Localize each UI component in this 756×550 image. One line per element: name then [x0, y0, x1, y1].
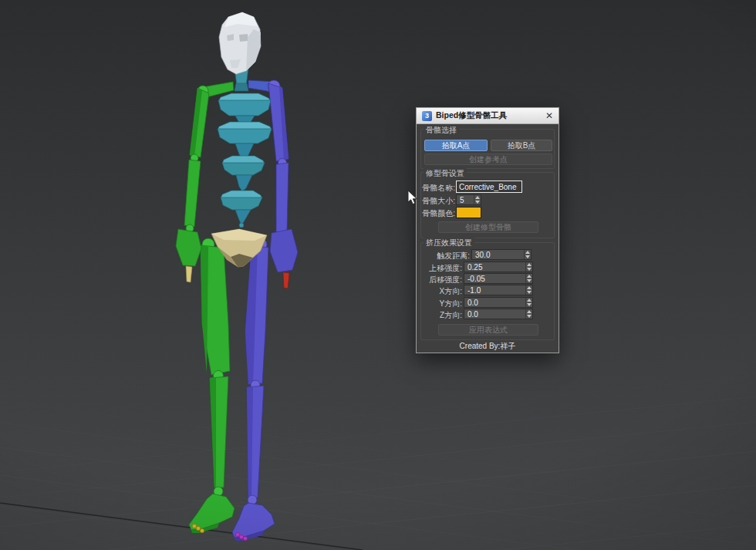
- x-direction-spinner[interactable]: -1.0: [464, 285, 533, 295]
- z-direction-value[interactable]: 0.0: [464, 309, 525, 319]
- eye-socket-right: [239, 34, 248, 42]
- pick-point-a-button[interactable]: 拾取A点: [424, 140, 488, 151]
- trigger-distance-label: 触发距离:: [417, 251, 470, 262]
- apply-expression-button[interactable]: 应用表达式: [438, 324, 538, 336]
- close-icon[interactable]: ✕: [545, 111, 553, 120]
- y-direction-label: Y方向:: [417, 299, 462, 309]
- bone-size-spin-buttons[interactable]: [474, 195, 481, 204]
- bone-select-group-label: 骨骼选择: [424, 125, 459, 136]
- z-direction-label: Z方向:: [417, 310, 462, 321]
- x-direction-spin-buttons[interactable]: [525, 285, 532, 295]
- back-strength-value[interactable]: -0.05: [464, 274, 525, 283]
- up-strength-spin-buttons[interactable]: [525, 262, 532, 272]
- dialog-titlebar[interactable]: 3 Biped修型骨骼工具 ✕: [417, 108, 559, 124]
- squash-group-label: 挤压效果设置: [424, 238, 474, 248]
- dialog-title: Biped修型骨骼工具: [436, 110, 542, 121]
- x-direction-label: X方向:: [417, 286, 462, 297]
- back-strength-spinner[interactable]: -0.05: [464, 273, 533, 284]
- left-finger-bone: [186, 266, 192, 282]
- viewport[interactable]: 3 Biped修型骨骼工具 ✕ 骨骼选择 拾取A点 拾取B点 创建参考点 修型骨…: [0, 0, 756, 550]
- trigger-distance-spinner[interactable]: 30.0: [471, 249, 532, 260]
- biped-skeleton[interactable]: [176, 12, 298, 541]
- biped-tool-dialog: 3 Biped修型骨骼工具 ✕ 骨骼选择 拾取A点 拾取B点 创建参考点 修型骨…: [416, 107, 559, 353]
- back-strength-spin-buttons[interactable]: [525, 274, 532, 283]
- y-direction-value[interactable]: 0.0: [464, 298, 525, 307]
- pick-point-b-button[interactable]: 拾取B点: [491, 140, 552, 151]
- spine-bones[interactable]: [218, 93, 272, 228]
- trigger-distance-value[interactable]: 30.0: [472, 250, 524, 259]
- create-corrective-bone-button[interactable]: 创建修型骨骼: [438, 221, 538, 233]
- bone-color-label: 骨骼颜色:: [418, 208, 455, 219]
- z-direction-spinner[interactable]: 0.0: [464, 309, 533, 319]
- up-strength-label: 上移强度:: [417, 263, 462, 274]
- y-direction-spin-buttons[interactable]: [525, 298, 532, 307]
- z-direction-spin-buttons[interactable]: [525, 309, 532, 319]
- right-leg-bones[interactable]: [232, 238, 275, 541]
- back-strength-label: 后移强度:: [417, 275, 462, 285]
- left-leg-bones[interactable]: [189, 238, 235, 533]
- viewport-scene: [0, 0, 756, 550]
- bone-size-spinner[interactable]: 5: [456, 194, 481, 205]
- corrective-group-label: 修型骨设置: [424, 168, 467, 179]
- trigger-distance-spin-buttons[interactable]: [524, 250, 531, 259]
- up-strength-value[interactable]: 0.25: [464, 262, 525, 272]
- 3dsmax-icon: 3: [422, 111, 432, 121]
- credit-text: Created By:祥子: [417, 341, 559, 352]
- ground-grid: [0, 376, 756, 550]
- head-bone[interactable]: [219, 12, 261, 74]
- right-finger-bone: [283, 272, 289, 288]
- create-reference-point-button[interactable]: 创建参考点: [424, 154, 552, 165]
- bone-size-label: 骨骼大小:: [418, 196, 455, 207]
- bone-name-label: 骨骼名称:: [418, 183, 455, 194]
- y-direction-spinner[interactable]: 0.0: [464, 297, 533, 308]
- bone-color-swatch[interactable]: [456, 207, 481, 218]
- bone-name-input[interactable]: [456, 181, 522, 193]
- bone-size-value[interactable]: 5: [457, 195, 474, 204]
- x-direction-value[interactable]: -1.0: [464, 285, 525, 295]
- up-strength-spinner[interactable]: 0.25: [464, 262, 533, 272]
